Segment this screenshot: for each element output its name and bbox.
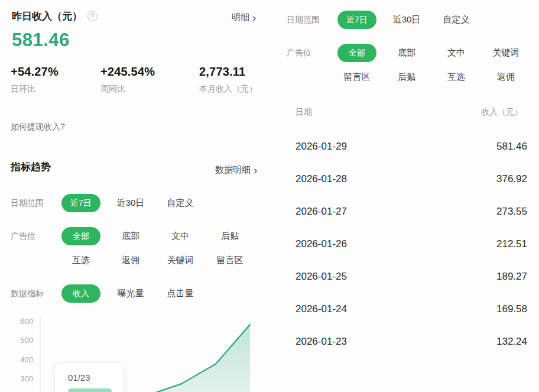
filter-option-cell: 全部: [332, 44, 382, 62]
filter-option[interactable]: 文中: [171, 231, 189, 242]
filter-option-cell: 关键词: [481, 44, 531, 62]
income-detail-link[interactable]: 明细 ›: [232, 12, 256, 23]
filter-option[interactable]: 底部: [122, 231, 139, 242]
stat-value: 2,773.11: [199, 65, 257, 79]
trend-chart-svg: 600500400300: [0, 312, 266, 392]
chevron-right-icon: ›: [254, 166, 257, 174]
filter-option-cell: 返佣: [481, 68, 531, 86]
filter-option-selected[interactable]: 收入: [61, 284, 100, 303]
filter-option[interactable]: 留言区: [217, 255, 243, 266]
filter-row: 日期范围近7日近30日自定义: [287, 11, 535, 29]
filter-option[interactable]: 底部: [398, 47, 415, 59]
row-income: 581.46: [496, 141, 527, 153]
trend-chart: 600500400300: [0, 312, 266, 392]
filter-label: 日期范围: [287, 11, 332, 25]
income-card-title: 昨日收入（元）: [12, 9, 82, 23]
table-row: 2026-01-23132.24: [272, 325, 539, 358]
stat-block: +245.54%周同比: [100, 65, 199, 95]
withdraw-help-link[interactable]: 如何提现收入?: [11, 122, 65, 132]
stat-value: +245.54%: [100, 65, 199, 79]
filter-option-selected[interactable]: 近7日: [61, 194, 100, 212]
filter-option-cell: 自定义: [155, 194, 205, 212]
filter-option-cell: 曝光量: [106, 284, 155, 303]
filter-option-selected[interactable]: 全部: [61, 227, 100, 245]
trend-filters: 日期范围近7日近30日自定义广告位全部底部文中后贴互选返佣关键词留言区数据指标收…: [11, 194, 259, 318]
filter-option-cell: 自定义: [431, 11, 481, 29]
filter-row: 数据指标收入曝光量点击量: [11, 284, 259, 303]
filter-option[interactable]: 后贴: [221, 231, 239, 242]
table-row: 2026-01-24169.58: [272, 293, 539, 325]
filter-option-cell: 留言区: [332, 68, 382, 86]
stat-label: 本月收入（元）: [199, 84, 257, 95]
filter-label: 数据指标: [11, 284, 56, 299]
tooltip-date: 01/23: [68, 372, 124, 383]
row-date: 2026-01-23: [296, 336, 347, 348]
filter-option[interactable]: 近30日: [117, 197, 145, 209]
filter-option[interactable]: 自定义: [167, 197, 194, 209]
filter-option-cell: 后贴: [205, 227, 255, 245]
filter-option[interactable]: 自定义: [443, 14, 470, 25]
filter-option[interactable]: 互选: [72, 255, 90, 266]
filter-option-cell: 全部: [56, 227, 106, 245]
row-date: 2026-01-27: [296, 206, 347, 218]
stat-block: 2,773.11本月收入（元）: [199, 65, 257, 95]
filter-option[interactable]: 曝光量: [118, 288, 144, 299]
stat-block: +54.27%日环比: [11, 65, 100, 95]
filter-option-selected[interactable]: 全部: [337, 44, 376, 62]
filter-option[interactable]: 返佣: [122, 255, 139, 266]
filter-option-selected[interactable]: 近7日: [337, 11, 376, 29]
trend-card-title: 指标趋势: [11, 160, 51, 174]
filter-row: 日期范围近7日近30日自定义: [11, 194, 259, 212]
income-table: 日期 收入（元） 2026-01-29581.462026-01-28376.9…: [272, 101, 539, 358]
stat-label: 日环比: [11, 84, 100, 95]
filter-label: 广告位: [11, 227, 56, 242]
filter-option-cell: 互选: [56, 251, 106, 270]
filter-option-cell: 返佣: [106, 251, 155, 270]
filter-option-cell: 留言区: [205, 251, 255, 270]
filter-option-cell: 收入: [56, 284, 106, 303]
left-panel: 昨日收入（元） ? 明细 › 581.46 +54.27%日环比+245.54%…: [0, 0, 266, 392]
filter-option-cell: 底部: [106, 227, 155, 245]
row-date: 2026-01-28: [296, 173, 347, 185]
trend-detail-link[interactable]: 数据明细 ›: [215, 164, 257, 176]
table-row: 2026-01-25189.27: [272, 260, 539, 293]
filter-label: 日期范围: [11, 194, 56, 209]
filter-option-cell: 文中: [431, 44, 481, 62]
table-row: 2026-01-26212.51: [272, 228, 539, 260]
filter-option[interactable]: 关键词: [167, 255, 194, 266]
table-header: 日期 收入（元）: [272, 101, 539, 124]
yesterday-income-amount: 581.46: [12, 30, 70, 51]
y-axis-tick-label: 300: [20, 374, 33, 383]
filter-option-cell: 近7日: [332, 11, 382, 29]
row-date: 2026-01-24: [296, 303, 347, 315]
chevron-right-icon: ›: [252, 14, 256, 22]
y-axis-tick-label: 500: [20, 336, 33, 345]
table-row: 2026-01-28376.92: [272, 163, 539, 195]
chart-tooltip: 01/23: [54, 362, 124, 392]
filter-option[interactable]: 后贴: [398, 72, 415, 83]
row-income: 273.55: [496, 206, 527, 218]
row-income: 132.24: [496, 336, 527, 348]
filter-option-cell: 近30日: [106, 194, 155, 212]
y-axis-tick-label: 400: [20, 355, 33, 364]
filter-option-cell: 近30日: [382, 11, 431, 29]
row-income: 189.27: [496, 271, 527, 283]
row-income: 376.92: [496, 173, 527, 185]
filter-option-cell: 近7日: [56, 194, 106, 212]
filter-option[interactable]: 关键词: [493, 47, 519, 59]
filter-option[interactable]: 文中: [447, 47, 465, 59]
filter-option[interactable]: 互选: [447, 72, 465, 83]
filter-row: 广告位全部底部文中后贴互选返佣关键词留言区: [11, 227, 259, 270]
filter-option[interactable]: 返佣: [497, 72, 515, 83]
filter-row: 广告位全部底部文中关键词留言区后贴互选返佣: [287, 44, 535, 86]
table-row: 2026-01-27273.55: [272, 195, 539, 228]
tooltip-series-tag: [68, 388, 112, 392]
filter-option[interactable]: 点击量: [167, 288, 194, 299]
filter-label: 广告位: [287, 44, 332, 59]
help-icon[interactable]: ?: [87, 11, 98, 21]
row-date: 2026-01-25: [296, 271, 347, 283]
filter-option[interactable]: 近30日: [393, 14, 421, 25]
column-income: 收入（元）: [481, 107, 522, 118]
row-income: 169.58: [496, 303, 527, 315]
filter-option[interactable]: 留言区: [344, 72, 371, 83]
